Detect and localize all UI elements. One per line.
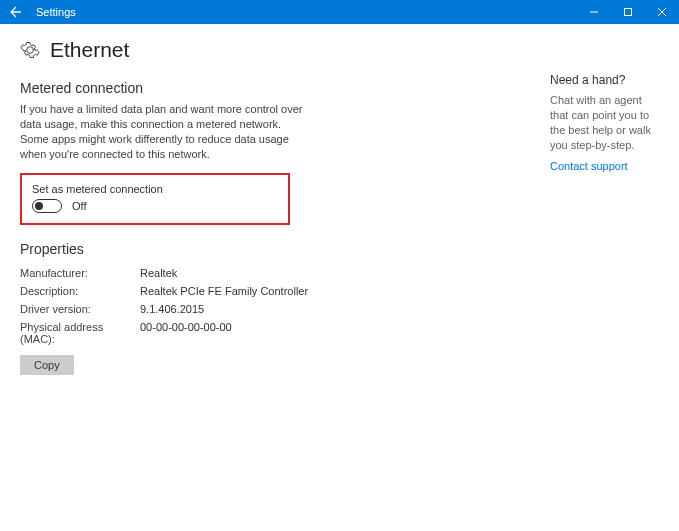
page-title: Ethernet [50,38,129,62]
gear-icon [20,40,40,60]
main-panel: Ethernet Metered connection If you have … [20,38,450,375]
toggle-row: Off [32,199,278,213]
svg-rect-1 [625,9,632,16]
contact-support-link[interactable]: Contact support [550,160,659,172]
table-row: Manufacturer: Realtek [20,267,450,279]
close-icon [657,7,667,17]
window-title: Settings [36,6,577,18]
prop-value: 9.1.406.2015 [140,303,204,315]
title-bar: Settings [0,0,679,24]
minimize-icon [589,7,599,17]
prop-label: Physical address (MAC): [20,321,140,345]
metered-heading: Metered connection [20,80,450,96]
close-button[interactable] [645,0,679,24]
back-button[interactable] [0,0,32,24]
back-arrow-icon [8,4,24,20]
table-row: Driver version: 9.1.406.2015 [20,303,450,315]
toggle-label: Set as metered connection [32,183,278,195]
prop-label: Description: [20,285,140,297]
toggle-state: Off [72,200,86,212]
side-description: Chat with an agent that can point you to… [550,93,659,152]
prop-value: Realtek PCIe FE Family Controller [140,285,308,297]
copy-button[interactable]: Copy [20,355,74,375]
properties-table: Manufacturer: Realtek Description: Realt… [20,267,450,345]
side-heading: Need a hand? [550,73,659,87]
properties-heading: Properties [20,241,450,257]
metered-toggle[interactable] [32,199,62,213]
highlight-box: Set as metered connection Off [20,173,290,225]
table-row: Description: Realtek PCIe FE Family Cont… [20,285,450,297]
prop-label: Driver version: [20,303,140,315]
prop-value: 00-00-00-00-00-00 [140,321,232,345]
table-row: Physical address (MAC): 00-00-00-00-00-0… [20,321,450,345]
content-area: Ethernet Metered connection If you have … [0,24,679,375]
prop-value: Realtek [140,267,177,279]
toggle-knob-icon [35,202,43,210]
page-header: Ethernet [20,38,450,62]
maximize-icon [623,7,633,17]
minimize-button[interactable] [577,0,611,24]
maximize-button[interactable] [611,0,645,24]
window-controls [577,0,679,24]
side-panel: Need a hand? Chat with an agent that can… [450,38,659,375]
prop-label: Manufacturer: [20,267,140,279]
metered-description: If you have a limited data plan and want… [20,102,310,161]
